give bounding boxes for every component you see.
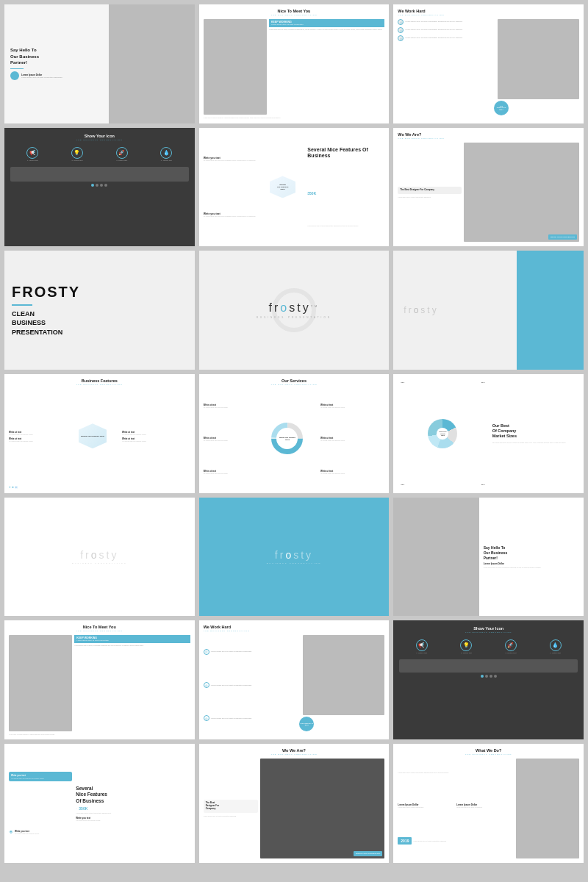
dot-1 [91, 184, 94, 187]
icon2-label-4: 4. Option text [550, 652, 562, 654]
say-hello-body: Lorem ipsum dolor sit amet consectetur a… [484, 567, 579, 569]
hero-image [109, 4, 194, 123]
slide-we-work-2: We Work Hard THE BUSINESS PRESENTATION ◎… [199, 620, 390, 739]
what-left: Lorem ipsum dolor sit amet consectetur a… [398, 759, 513, 858]
ww2-item-3: ◎ Lorem ipsum dolor sit amet consectetur… [204, 715, 301, 721]
who-best-text: The Best Designer For Company [400, 189, 459, 192]
feature-item-1: Write you text I'm having rather see res… [204, 157, 258, 162]
several-left: Write you text I'm having rather see res… [9, 748, 72, 858]
hello-title: Say Hello To [10, 47, 108, 53]
svc-item-3: Write ut text I'm having rather see rese… [204, 470, 254, 474]
biz-i3-body: I'm having rather see speaker similar. [122, 434, 176, 435]
keyboard-2 [399, 659, 578, 673]
biz-hex-text: Writing You Features Texts [81, 435, 104, 437]
wo-write-text: WRITE YOUR CONCEPTION [356, 853, 380, 855]
write-conception: WRITE YOUR CONCEPTION [548, 234, 577, 240]
biz-i4-body: I'm having rather see speaker similar. [122, 440, 176, 442]
features-main-title: Several Nice Features Of Business [307, 147, 384, 159]
icon2-3: 🚀 [505, 639, 517, 651]
svc-4-body: I'm having rather see reserves similar. [320, 406, 371, 408]
what-sub: THE BUSINESS PRESENTATION [398, 753, 579, 756]
frosty-o: o [280, 301, 289, 314]
work-icon-3: ◎ [398, 35, 404, 41]
dots-2 [399, 675, 578, 678]
features-right: Several Nice Features Of Business 350K L… [307, 132, 384, 243]
what-item-1: Lorem Ipsum Dollar Lorem ipsum dolor sit… [398, 803, 455, 808]
icon-4: 💧 [160, 147, 172, 159]
work-text-1: Lorem ipsum dolor sit amet consectetur a… [405, 21, 462, 23]
several-box-body: I'm having rather see reserves and speak… [11, 778, 70, 779]
biz-i2-body: I'm having rather see speaker similar. [9, 440, 63, 442]
frosty-blue-logo: frosty [275, 549, 313, 561]
svc-item-5: Write ut text I'm having rather see rese… [320, 437, 371, 441]
frosty-tagline: CLEAN BUSINESS PRESENTATION [12, 309, 187, 337]
nice-meet-footer: In nisl nunc mi ipsum faucibus. Aliquet … [204, 117, 385, 119]
svc-item-1: Write ut text I'm having rather see rese… [204, 404, 254, 408]
svc-1-body: I'm having rather see reserves similar. [204, 406, 254, 408]
what-photo [516, 759, 579, 858]
market-center-label: Write Your Market Texts [437, 428, 448, 440]
frosty-white-sub: BUSINESS PRESENTATION [72, 562, 126, 564]
work-item-2: ◎ Lorem ipsum dolor sit amet consectetur… [398, 27, 495, 33]
avatar-small [10, 71, 19, 80]
services-content: Write ut text I'm having rather see rese… [204, 389, 385, 489]
pct-bl: 35% [401, 484, 404, 486]
features-body: Lorem ipsum dolor sit amet consectetur a… [307, 225, 384, 227]
frosty-accent [12, 304, 32, 306]
person-desc: Lorem ipsum dolor sit amet consectetur a… [21, 76, 62, 79]
icon-item-1: 📢 1. Option text [26, 147, 38, 162]
slide-features: Write you text I'm having rather see res… [199, 128, 390, 247]
wo-left: The Best Designer For Company Lorem ipsu… [204, 759, 258, 858]
write-item-right: Write you text I'm having rather see res… [76, 817, 190, 821]
who-content: The Best Designer For Company Lorem ipsu… [398, 143, 579, 243]
conception-text: WRITE YOUR CONCEPTION [551, 236, 575, 238]
company-text: OUR COMPANY IS BEST [496, 105, 506, 110]
ww2-icon-3: ◎ [204, 715, 209, 721]
ww2-left: ◎ Lorem ipsum dolor sit amet consectetur… [204, 635, 301, 735]
nm-2-body: Lorem ipsum dolor sit amet, consectetur … [74, 645, 190, 647]
hello-line3: Partner! [10, 60, 108, 65]
ww2-badge-text: OUR COMPANY IS BEST [299, 723, 314, 726]
who-photo: WRITE YOUR CONCEPTION [464, 143, 579, 243]
ww2-photo [303, 635, 384, 715]
icon2-item-4: 💧 4. Option text [550, 639, 562, 654]
icon-item-2: 💡 2. Option text [71, 147, 83, 162]
wo-are-2-sub: THE BUSINESS PRESENTATION [204, 753, 385, 756]
wo-are-2-title: Wo We Are? [204, 748, 385, 753]
slide-biz-features: Business Features THE BUSINESS PRESENTAT… [4, 374, 195, 493]
market-title: Our Best Of Company Market Sizes [492, 423, 580, 439]
wo-write: WRITE YOUR CONCEPTION [354, 851, 382, 856]
biz-features-sub: THE BUSINESS PRESENTATION [9, 384, 190, 386]
what-i2-body: Lorem ipsum dolor sit amet consectetur. [456, 806, 514, 808]
icon-row: 📢 1. Option text 💡 2. Option text 🚀 3. O… [10, 147, 189, 162]
icon2-label-1: 1. Option text [416, 652, 428, 654]
we-work-title: We Work Hard [398, 9, 579, 13]
market-body: Nec lacinia velit lectus ac arcu. Magna … [492, 442, 580, 444]
hello-line2: Our Business [10, 54, 108, 60]
frosty-right-o: o [414, 305, 421, 315]
wo-photo: WRITE YOUR CONCEPTION [260, 759, 385, 858]
work-item-1: ◎ Lorem ipsum dolor sit amet consectetur… [398, 19, 495, 25]
slide-nice-meet-2: Nice To Meet You THE BUSINESS PRESENTATI… [4, 620, 195, 739]
svc-6-body: I'm having rather see reserves similar. [320, 473, 371, 474]
slide-wo-are-2: Wo We Are? THE BUSINESS PRESENTATION The… [199, 744, 390, 863]
icon2-4: 💧 [550, 639, 562, 651]
keep-working-box: KEEP WORKING Lorem ipsum dolor sit amet … [269, 19, 384, 27]
say-hello-content: Say Hello To Our Business Partner! Lorem… [479, 498, 584, 617]
frosty-right-content: frosty [398, 255, 579, 365]
frosty-logo-text: frostyTM [257, 301, 331, 315]
slide-frosty-white: frosty BUSINESS PRESENTATION [4, 498, 195, 617]
slide-frosty-right: frosty [393, 251, 584, 370]
show-icon-sub: THE BUSINESS PRESENTATION [10, 139, 189, 141]
slide-grid: Say Hello To Our Business Partner! Lorem… [0, 0, 588, 867]
we-work-sub: THE BUSINESS PRESENTATION [398, 14, 579, 16]
f-body-1: I'm having rather see reserves and speak… [204, 159, 258, 162]
frosty-white-o: o [91, 549, 99, 561]
frosty-blue-sub: BUSINESS PRESENTATION [267, 562, 321, 564]
dot2-4 [494, 675, 497, 678]
icon-label-4: 4. Option text [160, 159, 172, 162]
features-left: Write you text I'm having rather see res… [204, 132, 258, 243]
pct-tr: 35% [481, 381, 485, 384]
icon2-label-2: 2. Option text [460, 652, 472, 654]
biz-icons-row: ✈ ⚙ 📧 [9, 486, 18, 489]
